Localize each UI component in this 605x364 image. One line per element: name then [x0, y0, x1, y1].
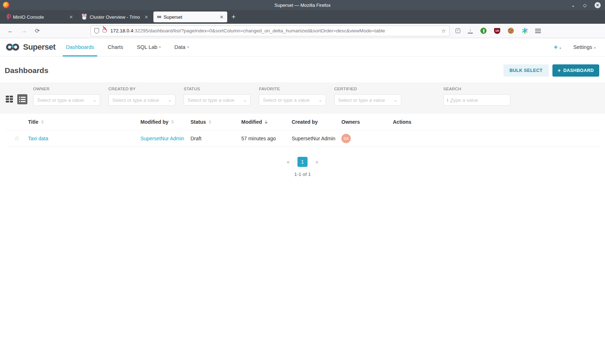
plus-icon: + — [554, 44, 558, 51]
toolbar-extension-icons: UD — [456, 28, 541, 34]
favorite-cell: ☆ — [6, 135, 28, 142]
modified-by-link[interactable]: SupersetNur Admin — [140, 136, 184, 141]
tab-minio-console[interactable]: MinIO Console ✕ — [3, 12, 77, 22]
tab-close-icon[interactable]: ✕ — [219, 14, 224, 20]
nav-dashboards[interactable]: Dashboards — [59, 38, 101, 56]
column-header-owners: Owners — [341, 119, 393, 125]
tab-superset[interactable]: ∞ Superset ✕ — [153, 12, 227, 22]
chevron-down-icon: ⌄ — [243, 98, 247, 103]
card-view-icon[interactable] — [6, 96, 14, 103]
browser-toolbar: ← → ⟳ 172.18.0.4:32295/dashboard/list/?p… — [0, 24, 605, 38]
pocket-save-icon[interactable] — [456, 28, 460, 33]
url-text[interactable]: 172.18.0.4:32295/dashboard/list/?pageInd… — [110, 28, 438, 33]
search-input[interactable] — [451, 97, 514, 103]
main-navigation: Dashboards Charts SQL Lab ▾ Data ▾ — [59, 38, 196, 56]
superset-infinity-icon: ∞ — [157, 13, 161, 21]
favorite-select[interactable]: Select or type a value ⌄ — [259, 94, 326, 106]
chevron-down-icon: ⌄ — [92, 98, 97, 103]
tab-close-icon[interactable]: ✕ — [68, 14, 74, 20]
minimize-icon[interactable]: ⌄ — [571, 3, 575, 8]
pagination: « 1 » — [0, 157, 605, 167]
filter-label: OWNER — [33, 87, 100, 91]
nav-label: Charts — [108, 44, 123, 50]
page-title: Dashboards — [5, 66, 48, 75]
created-by-select[interactable]: Select or type a value ⌄ — [108, 94, 175, 106]
reload-button[interactable]: ⟳ — [31, 27, 44, 34]
view-mode-toggles — [6, 94, 27, 106]
nav-label: SQL Lab — [137, 44, 157, 50]
status-select[interactable]: Select or type a value ⌄ — [184, 94, 251, 106]
window-title: Superset — Mozilla Firefox — [0, 3, 605, 8]
new-item-menu[interactable]: +▾ — [554, 44, 561, 51]
back-button[interactable]: ← — [4, 28, 17, 34]
chevron-down-icon: ▾ — [594, 46, 596, 50]
column-label: Title — [28, 119, 39, 125]
maximize-icon[interactable]: ◇ — [583, 3, 587, 8]
nav-sql-lab[interactable]: SQL Lab ▾ — [130, 38, 167, 56]
insecure-lock-icon[interactable] — [103, 29, 107, 32]
nav-charts[interactable]: Charts — [101, 38, 130, 56]
column-header-modified[interactable]: Modified — [241, 119, 292, 125]
privacy-badger-icon[interactable] — [480, 28, 487, 34]
sort-icons-desc-active — [265, 120, 268, 124]
next-page-button[interactable]: » — [315, 159, 318, 165]
favorite-star-icon[interactable]: ☆ — [14, 135, 20, 142]
new-tab-button[interactable]: + — [232, 13, 236, 21]
owner-select[interactable]: Select or type a value ⌄ — [33, 94, 100, 106]
certified-select[interactable]: Select or type a value ⌄ — [334, 94, 401, 106]
cookie-extension-icon[interactable] — [508, 28, 514, 34]
column-header-status[interactable]: Status — [191, 119, 241, 125]
tab-trino[interactable]: Cluster Overview - Trino ✕ — [78, 12, 152, 22]
tab-close-icon[interactable]: ✕ — [144, 14, 149, 20]
url-host: 172.18.0.4 — [110, 28, 133, 33]
dashboard-title-link[interactable]: Taxi data — [28, 136, 48, 141]
menu-hamburger-icon[interactable] — [535, 29, 541, 33]
nav-label: Dashboards — [66, 44, 94, 50]
tab-strip: MinIO Console ✕ Cluster Overview - Trino… — [0, 10, 605, 24]
column-label: Status — [191, 119, 206, 125]
superset-brand[interactable]: Superset — [5, 42, 55, 52]
navbar-right: +▾ Settings▾ — [554, 44, 605, 51]
filter-label: CERTIFIED — [334, 87, 401, 91]
url-path: :32295/dashboard/list/?pageIndex=0&sortC… — [133, 28, 385, 33]
column-header-created-by: Created by — [292, 119, 341, 125]
filter-owner: OWNER Select or type a value ⌄ — [33, 87, 100, 106]
created-by-cell: SupersetNur Admin — [292, 136, 341, 141]
colorful-asterisk-extension-icon[interactable] — [521, 28, 528, 34]
nav-data[interactable]: Data ▾ — [167, 38, 196, 56]
column-header-title[interactable]: Title — [28, 119, 140, 125]
ublock-shield-icon[interactable]: UD — [494, 28, 500, 34]
column-label: Modified — [241, 119, 262, 125]
list-view-icon[interactable] — [17, 94, 27, 104]
bookmark-star-icon[interactable]: ☆ — [441, 28, 446, 34]
tab-label: MinIO Console — [13, 14, 68, 20]
forward-button[interactable]: → — [17, 28, 31, 34]
filter-label: SEARCH — [443, 87, 510, 91]
column-label: Modified by — [140, 119, 169, 125]
modified-by-cell: SupersetNur Admin — [140, 135, 191, 142]
firefox-titlebar: Superset — Mozilla Firefox ⌄ ◇ ✕ — [0, 0, 605, 10]
close-window-icon[interactable]: ✕ — [595, 2, 601, 8]
plus-icon: + — [558, 68, 561, 73]
owner-avatar[interactable]: SA — [341, 134, 351, 143]
filter-label: FAVORITE — [259, 87, 326, 91]
title-cell: Taxi data — [28, 135, 140, 142]
add-dashboard-button[interactable]: + DASHBOARD — [552, 64, 599, 77]
tracking-shield-icon[interactable] — [94, 28, 99, 33]
trino-bunny-icon — [82, 14, 87, 20]
superset-navbar: Superset Dashboards Charts SQL Lab ▾ Dat… — [0, 38, 605, 56]
downloads-icon[interactable] — [468, 28, 473, 33]
page-1-button[interactable]: 1 — [297, 157, 308, 167]
url-bar[interactable]: 172.18.0.4:32295/dashboard/list/?pageInd… — [90, 26, 450, 36]
search-box[interactable] — [443, 94, 510, 106]
previous-page-button[interactable]: « — [287, 159, 290, 165]
settings-menu[interactable]: Settings▾ — [573, 44, 596, 50]
select-placeholder: Select or type a value — [188, 97, 243, 103]
bulk-select-button[interactable]: BULK SELECT — [503, 64, 549, 77]
select-placeholder: Select or type a value — [112, 97, 168, 103]
table-header-row: Title Modified by Status Modified Create… — [6, 114, 599, 130]
filter-label: CREATED BY — [108, 87, 175, 91]
settings-label: Settings — [573, 44, 592, 50]
column-header-modified-by[interactable]: Modified by — [140, 119, 191, 125]
filter-favorite: FAVORITE Select or type a value ⌄ — [259, 87, 326, 106]
